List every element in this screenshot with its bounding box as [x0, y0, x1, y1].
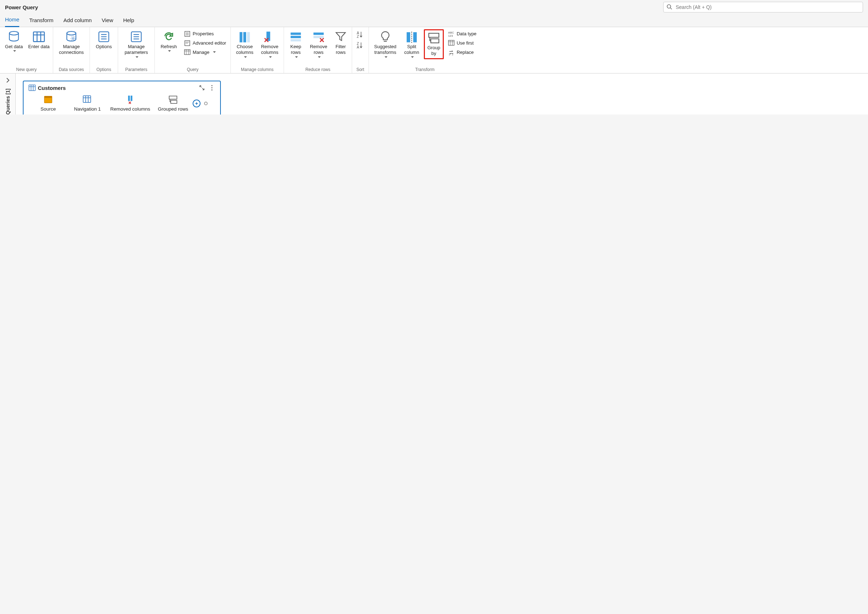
manage-connections-button[interactable]: Manage connections — [55, 29, 87, 57]
app-title: Power Query — [5, 4, 38, 10]
database-gear-icon — [65, 31, 78, 43]
group-label-data-sources: Data sources — [55, 67, 87, 72]
search-icon — [666, 4, 673, 10]
step-navigation[interactable]: Navigation 1 — [68, 95, 107, 112]
diagram-title: Customers — [38, 85, 66, 91]
step-removed-columns[interactable]: Removed columns — [107, 95, 153, 112]
group-label-transform: Transform — [371, 67, 479, 72]
get-data-button[interactable]: Get data — [2, 29, 26, 54]
collapse-icon[interactable] — [199, 85, 205, 91]
replace-icon — [448, 49, 454, 55]
tab-home[interactable]: Home — [5, 16, 19, 27]
advanced-editor-button[interactable]: Advanced editor — [182, 39, 228, 47]
search-input[interactable] — [663, 2, 863, 12]
choose-columns-icon — [239, 31, 251, 43]
suggested-transforms-button[interactable]: Suggested transforms — [371, 29, 400, 60]
group-by-icon — [428, 32, 440, 44]
remove-rows-button[interactable]: Remove rows — [307, 29, 330, 60]
choose-columns-button[interactable]: Choose columns — [233, 29, 257, 60]
removed-columns-icon — [126, 95, 135, 104]
search-box[interactable] — [663, 2, 863, 12]
filter-rows-button[interactable]: Filter rows — [332, 29, 350, 57]
more-icon[interactable] — [209, 85, 215, 91]
replace-values-button[interactable]: Replace — [446, 48, 479, 56]
table-icon — [448, 40, 454, 46]
refresh-icon — [163, 31, 175, 43]
step-grouped-rows[interactable]: Grouped rows — [153, 95, 193, 112]
parameters-icon — [130, 31, 143, 43]
chevron-right-icon[interactable] — [5, 77, 11, 84]
datatype-icon — [448, 30, 454, 37]
table-icon — [184, 49, 191, 55]
database-icon — [8, 31, 20, 43]
diagram-terminal — [204, 102, 208, 105]
bulb-icon — [379, 31, 391, 43]
tab-add-column[interactable]: Add column — [64, 17, 92, 27]
group-label-manage-columns: Manage columns — [233, 67, 282, 72]
query-diagram[interactable]: Customers Source Navigation 1 Removed — [23, 81, 221, 115]
table-icon — [83, 95, 92, 104]
tab-view[interactable]: View — [102, 17, 113, 27]
split-icon — [406, 31, 418, 43]
data-type-button[interactable]: Data type — [446, 29, 479, 38]
options-button[interactable]: Options — [92, 29, 116, 51]
tab-transform[interactable]: Transform — [29, 17, 54, 27]
sort-desc-icon[interactable] — [356, 41, 364, 49]
split-column-button[interactable]: Split column — [401, 29, 422, 60]
properties-icon — [184, 30, 191, 37]
filter-icon — [335, 31, 347, 43]
group-by-icon — [168, 95, 178, 104]
table-icon — [33, 31, 45, 43]
group-label-reduce-rows: Reduce rows — [286, 67, 350, 72]
remove-columns-icon — [264, 31, 276, 43]
use-first-row-button[interactable]: Use first — [446, 39, 479, 47]
refresh-button[interactable]: Refresh — [157, 29, 181, 54]
properties-button[interactable]: Properties — [182, 29, 228, 38]
ribbon: Get data Enter data New query Manage con… — [0, 27, 868, 73]
keep-rows-icon — [290, 31, 302, 43]
add-step-button[interactable]: + — [193, 99, 200, 107]
keep-rows-button[interactable]: Keep rows — [286, 29, 305, 60]
group-label-query: Query — [157, 67, 228, 72]
group-by-button[interactable]: Group by — [424, 29, 444, 59]
tab-help[interactable]: Help — [123, 17, 134, 27]
source-icon — [43, 95, 53, 104]
remove-columns-button[interactable]: Remove columns — [258, 29, 282, 60]
step-source[interactable]: Source — [28, 95, 68, 112]
group-label-sort: Sort — [354, 67, 366, 72]
sidebar-label: Queries [1] — [5, 88, 11, 115]
sort-asc-icon[interactable] — [356, 31, 364, 39]
list-icon — [98, 31, 110, 43]
ribbon-tabs: Home Transform Add column View Help — [0, 14, 868, 27]
manage-parameters-button[interactable]: Manage parameters — [120, 29, 152, 60]
remove-rows-icon — [313, 31, 325, 43]
table-icon — [28, 84, 36, 91]
group-label-parameters: Parameters — [120, 67, 152, 72]
queries-sidebar[interactable]: Queries [1] — [0, 73, 16, 115]
enter-data-button[interactable]: Enter data — [27, 29, 51, 51]
group-label-new-query: New query — [2, 67, 51, 72]
manage-button[interactable]: Manage — [182, 48, 228, 56]
group-label-options: Options — [92, 67, 116, 72]
editor-icon — [184, 40, 191, 46]
